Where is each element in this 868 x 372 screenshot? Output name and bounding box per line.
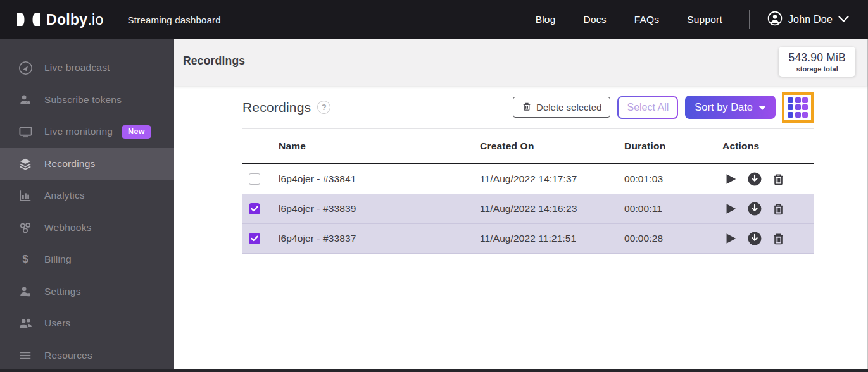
help-icon[interactable]: ?: [317, 101, 330, 114]
row-checkbox-unchecked[interactable]: [249, 173, 260, 185]
recording-created-on: 11/Aug/2022 14:17:37: [480, 173, 624, 185]
delete-row-button[interactable]: [771, 171, 786, 187]
user-menu[interactable]: John Doe: [767, 11, 849, 28]
dashboard-subtitle: Streaming dashboard: [128, 15, 221, 25]
chevron-down-icon: [838, 14, 849, 25]
sidebar-item-live-monitoring[interactable]: Live monitoring New: [0, 116, 174, 148]
trash-icon: [522, 101, 532, 114]
row-actions: [722, 231, 814, 247]
column-header-actions: Actions: [722, 140, 814, 152]
sidebar-item-recordings[interactable]: Recordings: [0, 148, 174, 180]
page-title: Recordings: [183, 54, 245, 68]
brand-name: Dolby.io: [46, 11, 104, 28]
user-avatar-icon: [767, 11, 783, 28]
sidebar-item-label: Settings: [44, 286, 81, 297]
topbar-right: Blog Docs FAQs Support John Doe: [508, 10, 849, 29]
monitor-icon: [17, 124, 34, 139]
main-content: Recordings 543.90 MiB storage total Reco…: [174, 39, 868, 369]
sidebar-item-label: Live monitoring: [44, 126, 113, 137]
delete-selected-button[interactable]: Delete selected: [513, 97, 610, 118]
table-header-row: Name Created On Duration Actions: [242, 129, 814, 164]
sidebar-item-users[interactable]: Users: [0, 307, 174, 340]
column-header-created-on: Created On: [480, 140, 624, 152]
dolby-logo-icon: [16, 12, 41, 27]
recordings-toolbar: Recordings ? Delete selected: [242, 86, 814, 129]
download-button[interactable]: [746, 171, 762, 187]
sidebar-item-live-broadcast[interactable]: Live broadcast: [0, 52, 174, 84]
subscriber-icon: [17, 92, 34, 108]
play-button[interactable]: [722, 201, 738, 217]
page-header-strip: Recordings 543.90 MiB storage total: [174, 39, 868, 86]
table-row: l6p4ojer - #33839 11/Aug/2022 14:16:23 0…: [242, 194, 814, 224]
sidebar-item-billing[interactable]: $ Billing: [0, 244, 174, 276]
storage-label: storage total: [788, 65, 846, 73]
grid-view-button-highlighted[interactable]: [782, 92, 814, 123]
section-title: Recordings ?: [242, 100, 330, 115]
new-badge: New: [122, 125, 151, 139]
sidebar-item-subscribe-tokens[interactable]: Subscribe tokens: [0, 84, 174, 116]
app-window: Dolby.io Streaming dashboard Blog Docs F…: [0, 0, 868, 372]
nav-link-docs[interactable]: Docs: [584, 14, 607, 25]
row-actions: [722, 201, 814, 217]
layers-icon: [17, 156, 34, 171]
table-row: l6p4ojer - #33841 11/Aug/2022 14:17:37 0…: [242, 164, 814, 194]
grid-view-icon: [788, 97, 808, 118]
toolbar-buttons: Delete selected Select All Sort by Date: [513, 92, 814, 123]
row-checkbox-checked[interactable]: [249, 203, 260, 214]
select-all-button[interactable]: Select All: [617, 96, 678, 119]
sidebar-item-label: Webhooks: [44, 222, 92, 233]
row-checkbox-checked[interactable]: [249, 233, 260, 244]
nav-link-faqs[interactable]: FAQs: [634, 14, 660, 25]
sidebar-item-label: Analytics: [44, 190, 85, 201]
delete-row-button[interactable]: [771, 201, 786, 217]
sidebar-item-label: Resources: [44, 350, 92, 361]
storage-value: 543.90 MiB: [788, 51, 846, 65]
broadcast-icon: [17, 60, 34, 75]
caret-down-icon: [758, 106, 766, 110]
play-button[interactable]: [722, 171, 738, 187]
users-icon: [17, 316, 34, 331]
recording-created-on: 11/Aug/2022 14:16:23: [480, 203, 624, 214]
column-header-name: Name: [279, 140, 480, 152]
topbar-divider: [749, 10, 750, 29]
download-button[interactable]: [746, 201, 762, 217]
play-button[interactable]: [722, 231, 738, 247]
delete-row-button[interactable]: [771, 231, 786, 247]
sidebar-item-label: Billing: [44, 254, 72, 265]
column-header-duration: Duration: [624, 140, 722, 152]
table-row: l6p4ojer - #33837 11/Aug/2022 11:21:51 0…: [242, 224, 814, 254]
recording-name: l6p4ojer - #33837: [279, 233, 480, 244]
person-gear-icon: [17, 284, 34, 299]
recording-duration: 00:01:03: [624, 173, 722, 185]
sidebar-item-webhooks[interactable]: Webhooks: [0, 212, 174, 244]
sidebar-item-analytics[interactable]: Analytics: [0, 180, 174, 212]
recording-name: l6p4ojer - #33839: [279, 203, 480, 214]
user-name: John Doe: [788, 14, 833, 25]
download-button[interactable]: [746, 231, 762, 247]
dollar-icon: $: [17, 252, 34, 267]
sidebar-item-resources[interactable]: Resources: [0, 340, 174, 372]
top-nav-bar: Dolby.io Streaming dashboard Blog Docs F…: [0, 0, 868, 39]
sort-by-date-button[interactable]: Sort by Date: [685, 96, 776, 119]
row-actions: [722, 171, 814, 187]
recording-name: l6p4ojer - #33841: [279, 173, 480, 185]
recordings-table: Name Created On Duration Actions l6p4oje…: [242, 129, 814, 254]
recording-duration: 00:00:11: [624, 203, 722, 214]
sidebar-item-label: Live broadcast: [44, 62, 110, 73]
bar-chart-icon: [17, 188, 34, 203]
list-icon: [17, 348, 34, 363]
sidebar-item-label: Subscribe tokens: [44, 94, 122, 106]
sidebar-item-label: Recordings: [44, 158, 95, 170]
recording-duration: 00:00:28: [624, 233, 722, 244]
nav-link-support[interactable]: Support: [687, 14, 722, 25]
window-bottom-edge: [0, 369, 868, 372]
nav-link-blog[interactable]: Blog: [536, 14, 556, 25]
webhook-icon: [17, 220, 34, 235]
storage-total-card: 543.90 MiB storage total: [779, 47, 855, 77]
sidebar-nav: Live broadcast Subscribe tokens Live mon…: [0, 39, 174, 372]
brand[interactable]: Dolby.io: [16, 11, 104, 28]
recordings-panel: Recordings ? Delete selected: [242, 86, 814, 254]
recording-created-on: 11/Aug/2022 11:21:51: [480, 233, 624, 244]
sidebar-item-label: Users: [44, 318, 70, 329]
sidebar-item-settings[interactable]: Settings: [0, 276, 174, 308]
